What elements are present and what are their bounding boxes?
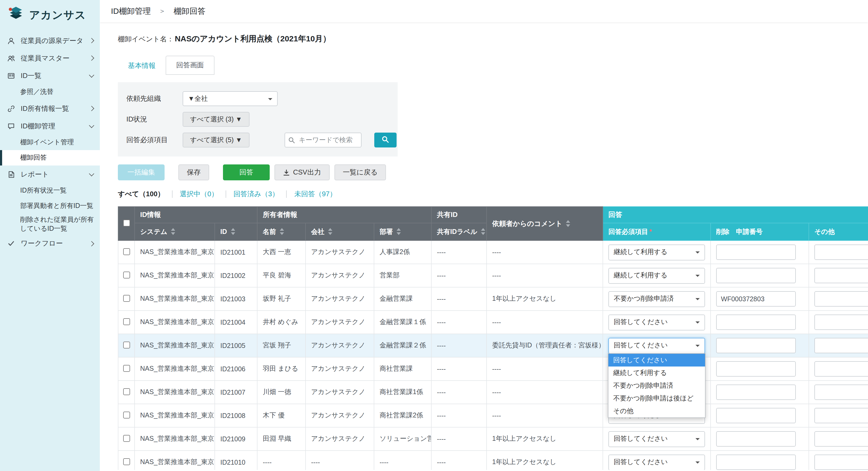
cell-system: NAS_営業推進本部_東京 xyxy=(134,287,215,310)
row-checkbox[interactable] xyxy=(123,341,130,348)
summary-selected[interactable]: 選択中（0） xyxy=(180,189,218,199)
dropdown-option[interactable]: その他 xyxy=(609,405,705,417)
row-checkbox[interactable] xyxy=(123,365,130,372)
cell-shared-label: ---- xyxy=(431,334,487,357)
sidebar-item-id-list[interactable]: ID一覧 xyxy=(0,67,100,84)
column-header-shared-label[interactable]: 共有IDラベル xyxy=(431,223,487,240)
tab-answer-screen[interactable]: 回答画面 xyxy=(166,56,215,75)
bulk-edit-button[interactable]: 一括編集 xyxy=(118,164,164,180)
other-input[interactable] xyxy=(814,244,868,260)
breadcrumb-section[interactable]: ID棚卸管理 xyxy=(111,6,151,16)
answer-select[interactable]: 回答してください xyxy=(609,431,705,447)
sidebar-item-inventory-event[interactable]: 棚卸イベント管理 xyxy=(0,135,100,150)
sidebar-item-transfer-report[interactable]: 部署異動者と所有ID一覧 xyxy=(0,198,100,214)
column-header-dept[interactable]: 部署 xyxy=(374,223,431,240)
answer-select[interactable]: 回答してください xyxy=(609,314,705,330)
check-icon xyxy=(7,240,16,247)
chevron-right-icon xyxy=(89,106,94,111)
search-button[interactable] xyxy=(374,133,397,147)
column-header-comment[interactable]: 依頼者からのコメント xyxy=(487,207,603,240)
answer-button[interactable]: 回答 xyxy=(223,164,270,180)
cell-company: ---- xyxy=(306,450,374,470)
select-all-checkbox[interactable] xyxy=(123,219,130,226)
wf-number-input[interactable] xyxy=(716,338,796,353)
tab-basic-info[interactable]: 基本情報 xyxy=(118,57,166,75)
other-input[interactable] xyxy=(814,384,868,400)
column-header-name[interactable]: 名前 xyxy=(257,223,306,240)
cell-system: NAS_営業推進本部_東京 xyxy=(134,310,215,334)
dropdown-option[interactable]: 継続して利用する xyxy=(609,367,705,379)
answer-select[interactable]: 継続して利用する xyxy=(609,268,705,283)
answer-select[interactable]: 不要かつ削除申請済 xyxy=(609,291,705,307)
required-filter-button[interactable]: すべて選択 (5) ▼ xyxy=(183,133,250,147)
row-checkbox[interactable] xyxy=(123,248,130,255)
keyword-search-input[interactable] xyxy=(284,133,362,147)
csv-export-button[interactable]: CSV出力 xyxy=(275,164,330,180)
select-caret-icon xyxy=(695,251,700,253)
chevron-down-icon xyxy=(89,72,94,77)
summary-unanswered[interactable]: 未回答（97） xyxy=(294,189,337,199)
back-to-list-button[interactable]: 一覧に戻る xyxy=(334,164,386,180)
cell-comment: ---- xyxy=(487,357,603,380)
row-checkbox[interactable] xyxy=(123,271,130,278)
row-checkbox[interactable] xyxy=(123,295,130,302)
cell-company: アカンサステクノ xyxy=(306,404,374,427)
wf-number-input[interactable] xyxy=(716,314,796,330)
other-input[interactable] xyxy=(814,314,868,330)
sidebar-item-inventory-answer[interactable]: 棚卸回答 xyxy=(0,150,100,166)
main-area: ID棚卸管理 ＞ 棚卸回答 棚卸イベント名： NASのアカウント利用点検（202… xyxy=(100,0,868,471)
column-header-system[interactable]: システム xyxy=(134,223,215,240)
row-checkbox[interactable] xyxy=(123,458,130,465)
cell-company: アカンサステクノ xyxy=(306,264,374,287)
sidebar-item-employee-master[interactable]: 従業員マスター xyxy=(0,49,100,67)
select-all-cell xyxy=(118,207,134,240)
wf-number-input[interactable] xyxy=(716,244,796,260)
wf-number-input[interactable] xyxy=(716,408,796,423)
sidebar-item-deleted-employee-report[interactable]: 削除された従業員が所有しているID一覧 xyxy=(0,214,100,235)
wf-number-input[interactable] xyxy=(716,455,796,470)
other-input[interactable] xyxy=(814,431,868,447)
column-header-id[interactable]: ID xyxy=(215,223,257,240)
wf-number-input[interactable] xyxy=(716,361,796,377)
id-list-icon xyxy=(7,72,16,79)
summary-all[interactable]: すべて（100） xyxy=(118,189,164,199)
other-input[interactable] xyxy=(814,268,868,283)
sidebar-item-workflow[interactable]: ワークフロー xyxy=(0,235,100,253)
other-input[interactable] xyxy=(814,455,868,470)
dropdown-option[interactable]: 不要かつ削除申請は後ほど xyxy=(609,392,705,405)
row-checkbox[interactable] xyxy=(123,318,130,325)
sidebar-item-id-status-report[interactable]: ID所有状況一覧 xyxy=(0,183,100,198)
dropdown-option-selected[interactable]: 回答してください xyxy=(609,354,705,367)
other-input[interactable] xyxy=(814,338,868,353)
cell-dept: 金融営業課１係 xyxy=(374,310,431,334)
sidebar-item-employee-source[interactable]: 従業員の源泉データ xyxy=(0,32,100,49)
app-root: アカンサス 従業員の源泉データ 従業員マスター ID一覧 参照／洗替 xyxy=(0,0,868,471)
other-input[interactable] xyxy=(814,361,868,377)
summary-answered[interactable]: 回答済み（3） xyxy=(234,189,279,199)
row-checkbox[interactable] xyxy=(123,388,130,395)
sidebar-item-id-ownership[interactable]: ID所有情報一覧 xyxy=(0,100,100,117)
sidebar-item-report[interactable]: レポート xyxy=(0,166,100,183)
answer-select[interactable]: 継続して利用する xyxy=(609,244,705,260)
cell-dept: 金融営業課 xyxy=(374,287,431,310)
column-header-company[interactable]: 会社 xyxy=(306,223,374,240)
id-status-filter-button[interactable]: すべて選択 (3) ▼ xyxy=(183,112,250,127)
wf-number-input[interactable] xyxy=(716,291,796,307)
cell-id: ID21005 xyxy=(215,334,257,357)
wf-number-input[interactable] xyxy=(716,431,796,447)
row-checkbox[interactable] xyxy=(123,435,130,442)
wf-number-input[interactable] xyxy=(716,268,796,283)
answer-select-open[interactable]: 回答してください xyxy=(609,338,705,354)
dropdown-option[interactable]: 不要かつ削除申請済 xyxy=(609,379,705,392)
other-input[interactable] xyxy=(814,291,868,307)
save-button[interactable]: 保存 xyxy=(178,164,209,180)
sidebar-item-id-inventory[interactable]: ID棚卸管理 xyxy=(0,117,100,135)
row-checkbox[interactable] xyxy=(123,411,130,418)
chevron-down-icon xyxy=(89,123,94,128)
answer-select[interactable]: 回答してください xyxy=(609,454,705,470)
org-filter-select[interactable]: ▼全社 xyxy=(183,91,278,106)
divider xyxy=(226,191,226,198)
other-input[interactable] xyxy=(814,408,868,423)
wf-number-input[interactable] xyxy=(716,384,796,400)
sidebar-item-reference-refresh[interactable]: 参照／洗替 xyxy=(0,84,100,100)
